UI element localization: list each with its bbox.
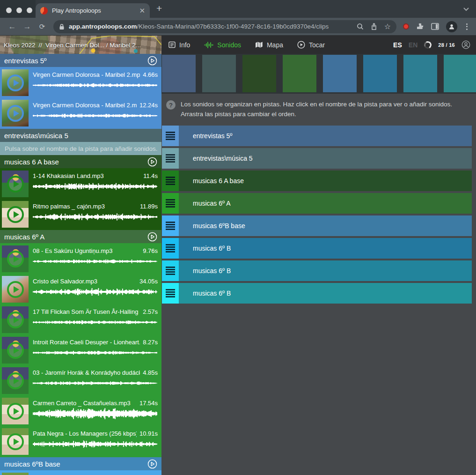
color-swatch[interactable] (242, 55, 276, 92)
clip-waveform[interactable] (33, 408, 158, 420)
clip-waveform[interactable] (33, 438, 158, 450)
clip-item[interactable]: Carmen Carreto _ Castañuelas.mp3 17.54s (0, 396, 161, 426)
clip-waveform[interactable] (33, 79, 158, 91)
address-bar[interactable]: app.antropoloops.com/Kleos-Santa-Marina/… (53, 20, 396, 33)
clip-item[interactable]: Cristo del Salvador.mp3 34.05s (0, 274, 161, 304)
clip-waveform[interactable] (33, 255, 158, 267)
clip-item[interactable]: Pata Negra - Los Managers (256 kbps).mp3… (0, 426, 161, 457)
clip-thumbnail[interactable] (2, 100, 29, 126)
track-label[interactable]: musicas 6ºB base (179, 222, 245, 230)
clip-thumbnail[interactable] (2, 245, 29, 272)
sidebar-section-header[interactable]: musicas 6º A (0, 230, 161, 243)
track-label[interactable]: entrevistas 5º (179, 132, 233, 140)
clip-item[interactable]: Introit Rorate Caeli Desuper - Lionheart… (0, 335, 161, 365)
breadcrumb-project[interactable]: Kleos 2022 (4, 41, 36, 48)
track-drag-handle[interactable] (162, 238, 179, 259)
sidebar-section-label[interactable]: entrevistas 5º (4, 57, 147, 65)
tab-close-icon[interactable]: ✕ (139, 7, 145, 14)
breadcrumb-map-banner[interactable]: Kleos 2022 // Virgen Carmen Dol... / Mar… (0, 36, 161, 54)
clip-item[interactable]: BASE Pata Negra - Los Managers 3.77s (0, 471, 161, 475)
track-row[interactable]: entrevistas\música 5 (162, 148, 472, 169)
clip-item[interactable]: Ritmo palmas _ cajón.mp3 11.89s (0, 199, 161, 230)
clip-thumbnail[interactable] (2, 171, 29, 197)
record-extension-icon[interactable] (403, 23, 409, 30)
section-play-button[interactable] (147, 232, 157, 242)
color-swatch[interactable] (403, 55, 437, 92)
clip-thumbnail[interactable] (2, 306, 29, 333)
track-drag-handle[interactable] (162, 148, 179, 169)
track-row[interactable]: musicas 6ºB base (162, 215, 472, 236)
reload-button[interactable]: ⟳ (35, 22, 50, 31)
tab-tocar[interactable]: Tocar (297, 41, 325, 49)
sidebar-section-header[interactable]: entrevistas 5º (0, 54, 161, 67)
sidebar-section-header[interactable]: musicas 6 A base (0, 155, 161, 168)
tab-info[interactable]: Info (168, 41, 190, 49)
track-label[interactable]: musicas 6º B (179, 289, 231, 297)
clip-item[interactable]: 17 Till Flickan Som Är Tusen År-Halling … (0, 304, 161, 335)
clip-waveform[interactable] (33, 110, 158, 122)
track-drag-handle[interactable] (162, 215, 179, 236)
tab-sonidos[interactable]: Sonidos (204, 41, 241, 49)
browser-tab[interactable]: Play Antropoloops ✕ (36, 3, 150, 18)
clip-thumbnail[interactable] (2, 367, 29, 394)
section-empty-note[interactable]: Pulsa sobre el nombre de la pista para a… (0, 142, 161, 155)
sidebar-section-header[interactable]: musicas 6ºB base (0, 457, 161, 470)
browser-profile-avatar[interactable] (446, 21, 457, 32)
track-label[interactable]: musicas 6º A (179, 200, 231, 207)
track-label[interactable]: musicas 6º B (179, 245, 231, 252)
color-swatch[interactable] (202, 55, 236, 92)
track-drag-handle[interactable] (162, 260, 179, 281)
clip-waveform[interactable] (33, 180, 158, 193)
clip-waveform[interactable] (33, 211, 158, 223)
track-row[interactable]: entrevistas 5º (162, 126, 472, 146)
bookmark-star-icon[interactable]: ☆ (384, 23, 391, 30)
clip-thumbnail[interactable] (2, 276, 29, 303)
track-label[interactable]: musicas 6 A base (179, 177, 244, 185)
clip-thumbnail[interactable] (2, 69, 29, 96)
clip-item[interactable]: Virgen Carmen Dolorosa - Maribel 2.mp3 1… (0, 98, 161, 128)
sidebar-section-header[interactable]: entrevistas\música 5 (0, 129, 161, 142)
clip-item[interactable]: 08 - Es Sakūru Uguntiņu.mp3 9.76s (0, 244, 161, 274)
clip-item[interactable]: Virgen Carmen Dolorosa - Maribel 2.mp3 4… (0, 67, 161, 98)
clip-thumbnail[interactable] (2, 473, 29, 475)
close-window-button[interactable] (6, 7, 12, 13)
tab-mapa[interactable]: Mapa (255, 41, 283, 49)
clip-waveform[interactable] (33, 316, 158, 328)
color-swatch[interactable] (283, 55, 316, 92)
clip-waveform[interactable] (33, 377, 158, 389)
track-drag-handle[interactable] (162, 193, 179, 214)
clip-thumbnail[interactable] (2, 201, 29, 228)
track-row[interactable]: musicas 6º B (162, 260, 472, 281)
new-tab-button[interactable]: + (156, 3, 162, 14)
track-label[interactable]: musicas 6º B (179, 267, 231, 275)
tab-search-chevron-icon[interactable] (463, 7, 469, 11)
clip-item[interactable]: 03 - Jaromír Horák & Konrádyho dudácká .… (0, 365, 161, 396)
track-row[interactable]: musicas 6º B (162, 238, 472, 259)
color-swatch[interactable] (444, 55, 476, 92)
track-drag-handle[interactable] (162, 283, 179, 304)
extensions-puzzle-icon[interactable] (416, 22, 424, 30)
track-row[interactable]: musicas 6º B (162, 283, 472, 304)
clip-thumbnail[interactable] (2, 398, 29, 424)
back-button[interactable]: ← (5, 22, 20, 31)
clip-item[interactable]: 1-14 Khakasian Land.mp3 11.4s (0, 169, 161, 199)
lang-en-button[interactable]: EN (409, 41, 417, 49)
clip-thumbnail[interactable] (2, 337, 29, 364)
sidebar-section-label[interactable]: entrevistas\música 5 (4, 132, 157, 140)
lang-es-button[interactable]: ES (393, 41, 402, 49)
track-drag-handle[interactable] (162, 126, 179, 146)
clip-waveform[interactable] (33, 286, 158, 298)
track-label[interactable]: entrevistas\música 5 (179, 155, 253, 162)
browser-menu-icon[interactable] (464, 23, 469, 30)
track-row[interactable]: musicas 6 A base (162, 171, 472, 191)
section-play-button[interactable] (147, 157, 157, 167)
track-drag-handle[interactable] (162, 171, 179, 191)
share-icon[interactable] (371, 23, 377, 30)
forward-button[interactable]: → (20, 22, 35, 31)
account-icon[interactable] (461, 40, 470, 49)
section-play-button[interactable] (147, 459, 157, 469)
color-swatch[interactable] (162, 55, 196, 92)
sidebar-section-label[interactable]: musicas 6º A (4, 233, 147, 241)
color-swatch[interactable] (323, 55, 357, 92)
sidebar-section-label[interactable]: musicas 6 A base (4, 158, 147, 166)
